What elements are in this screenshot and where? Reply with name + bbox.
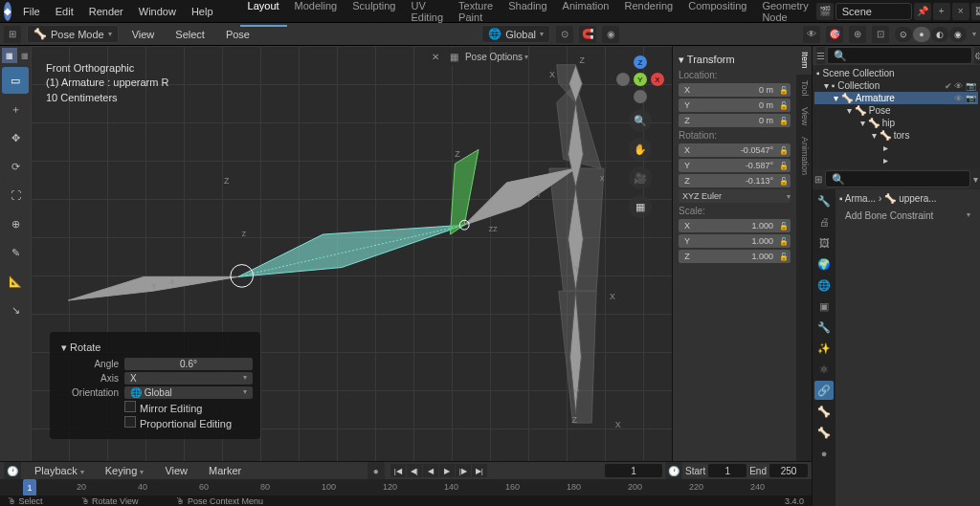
angle-input[interactable]: 0.6° xyxy=(124,358,253,370)
pan-icon[interactable]: ✋ xyxy=(629,138,652,161)
prop-tab-material[interactable]: ● xyxy=(814,444,834,463)
outliner-search-input[interactable] xyxy=(827,47,972,64)
properties-options-icon[interactable]: ▾ xyxy=(973,170,978,187)
visibility-icon[interactable]: 👁 xyxy=(803,26,820,43)
pivot-icon[interactable]: ⊙ xyxy=(556,26,573,43)
play-icon[interactable]: ▶ xyxy=(439,464,455,477)
outliner-display-icon[interactable]: ☰ xyxy=(816,47,825,64)
tree-collection[interactable]: ▾ ▪ Collection✔ 👁 📷 xyxy=(814,79,978,92)
npanel-tab-animation[interactable]: Animation xyxy=(796,131,812,181)
prop-tab-scene[interactable]: 🌍 xyxy=(814,254,834,274)
header-view[interactable]: View xyxy=(124,25,163,44)
rot-z-input[interactable]: Z-0.113°🔓 xyxy=(679,174,791,187)
scene-name-input[interactable] xyxy=(835,3,912,20)
orient-select[interactable]: 🌐 Global ▾ xyxy=(124,386,253,399)
end-frame-input[interactable] xyxy=(769,464,808,477)
tool-annotate[interactable]: ✎ xyxy=(2,239,29,266)
shading-material[interactable]: ◐ xyxy=(931,27,948,42)
timeline-view[interactable]: View xyxy=(157,461,195,480)
prop-tab-render[interactable]: 🔧 xyxy=(814,191,834,210)
loc-y-input[interactable]: Y0 m🔓 xyxy=(679,99,791,112)
tab-rendering[interactable]: Rendering xyxy=(616,0,680,27)
timeline-track[interactable]: 1 20 40 60 80 100 120 140 160 180 200 22… xyxy=(0,479,812,496)
shading-rendered[interactable]: ◉ xyxy=(949,27,967,42)
isolate-icon[interactable]: ▦ xyxy=(446,48,463,65)
tree-torso[interactable]: ▾ 🦴 tors xyxy=(814,129,978,142)
camera-view-icon[interactable]: 🎥 xyxy=(629,166,652,189)
local-view-icon[interactable]: ✕ xyxy=(427,48,444,65)
rot-y-input[interactable]: Y-0.587°🔓 xyxy=(679,159,791,172)
autokey-icon[interactable]: ● xyxy=(368,462,385,479)
tab-sculpting[interactable]: Sculpting xyxy=(345,0,403,27)
pose-options-dropdown[interactable]: Pose Options xyxy=(465,52,523,62)
tool-scale[interactable]: ⛶ xyxy=(2,182,29,209)
prop-tab-particles[interactable]: ✨ xyxy=(814,339,834,358)
navigation-gizmo[interactable]: X Y Z xyxy=(616,55,664,103)
prop-tab-armature[interactable]: 🦴 xyxy=(814,402,834,421)
tree-scene-collection[interactable]: ▪ Scene Collection xyxy=(814,67,978,79)
npanel-tab-item[interactable]: Item xyxy=(796,46,812,75)
viewlayer-icon[interactable]: 🖼 xyxy=(971,3,980,20)
timeline-editor-icon[interactable]: 🕐 xyxy=(4,462,21,479)
properties-editor-icon[interactable]: ⊞ xyxy=(814,170,822,187)
prop-tab-modifier[interactable]: 🔧 xyxy=(814,318,834,337)
tool-move[interactable]: ✥ xyxy=(2,124,29,151)
select-mode-icon[interactable]: ▦ xyxy=(2,48,17,63)
tab-layout[interactable]: Layout xyxy=(240,0,287,27)
prop-tab-object[interactable]: ▣ xyxy=(814,297,834,316)
prop-tab-bone-constraint[interactable]: 🔗 xyxy=(814,381,834,400)
jump-start-icon[interactable]: |◀ xyxy=(390,464,406,477)
pin-icon[interactable]: 📌 xyxy=(914,3,931,20)
axis-select[interactable]: X ▾ xyxy=(124,372,253,385)
mirror-checkbox[interactable] xyxy=(124,401,136,412)
tool-rotate[interactable]: ⟳ xyxy=(2,153,29,180)
npanel-tab-tool[interactable]: Tool xyxy=(796,75,812,102)
shading-solid[interactable]: ● xyxy=(913,27,930,42)
outliner-filter-icon[interactable]: ⚙ xyxy=(974,47,980,64)
playhead[interactable]: 1 xyxy=(23,479,36,496)
scene-icon[interactable]: 🎬 xyxy=(816,3,834,20)
zoom-icon[interactable]: 🔍 xyxy=(629,109,652,132)
orientation-selector[interactable]: 🌐 Global ▾ xyxy=(481,25,550,43)
loc-x-input[interactable]: X0 m🔓 xyxy=(679,83,791,97)
tab-geometry-nodes[interactable]: Geometry Node xyxy=(754,0,815,27)
tree-child-1[interactable]: ▸ xyxy=(814,142,978,154)
tree-hip[interactable]: ▾ 🦴 hip xyxy=(814,117,978,129)
rotation-mode-select[interactable]: XYZ Euler▾ xyxy=(679,189,791,203)
tab-animation[interactable]: Animation xyxy=(555,0,617,27)
menu-help[interactable]: Help xyxy=(184,2,221,21)
3d-viewport[interactable]: XZ Yx zzZ Yz Zx Y YX YXZ Front Orthograp… xyxy=(31,46,672,506)
jump-end-icon[interactable]: ▶| xyxy=(472,464,487,477)
breadcrumb-bone[interactable]: 🦴 uppera... xyxy=(884,193,936,204)
snap-icon[interactable]: 🧲 xyxy=(579,26,596,43)
editor-type-icon[interactable]: ⊞ xyxy=(4,26,21,43)
menu-render[interactable]: Render xyxy=(81,2,131,21)
header-pose[interactable]: Pose xyxy=(218,25,257,44)
tool-transform[interactable]: ⊕ xyxy=(2,210,29,237)
tab-compositing[interactable]: Compositing xyxy=(680,0,754,27)
preview-range-icon[interactable]: 🕐 xyxy=(665,462,682,479)
redo-title[interactable]: Rotate xyxy=(70,341,100,353)
breadcrumb-armature[interactable]: ▪ Arma... xyxy=(839,193,876,204)
scale-z-input[interactable]: Z1.000🔓 xyxy=(679,250,791,263)
scale-x-input[interactable]: X1.000🔓 xyxy=(679,219,791,232)
npanel-tab-view[interactable]: View xyxy=(796,101,812,131)
header-select[interactable]: Select xyxy=(167,25,212,44)
add-bone-constraint-dropdown[interactable]: Add Bone Constraint▾ xyxy=(839,208,976,224)
tab-texture-paint[interactable]: Texture Paint xyxy=(451,0,501,27)
tree-armature[interactable]: ▾ 🦴 Armature👁 📷 xyxy=(814,92,978,104)
tool-measure[interactable]: 📐 xyxy=(2,268,29,295)
timeline-keying[interactable]: Keying ▾ xyxy=(98,461,152,480)
shading-wireframe[interactable]: ⊙ xyxy=(895,27,912,42)
tree-child-2[interactable]: ▸ xyxy=(814,154,978,166)
menu-window[interactable]: Window xyxy=(131,2,184,21)
keyframe-prev-icon[interactable]: ◀| xyxy=(407,464,422,477)
gizmo-toggle-icon[interactable]: 🎯 xyxy=(826,26,843,43)
prop-tab-output[interactable]: 🖨 xyxy=(814,212,834,231)
scale-y-input[interactable]: Y1.000🔓 xyxy=(679,234,791,248)
xray-icon[interactable]: ⊡ xyxy=(872,26,889,43)
delete-scene-icon[interactable]: × xyxy=(952,3,969,20)
keyframe-next-icon[interactable]: |▶ xyxy=(456,464,471,477)
prop-tab-world[interactable]: 🌐 xyxy=(814,275,834,295)
play-reverse-icon[interactable]: ◀ xyxy=(423,464,438,477)
